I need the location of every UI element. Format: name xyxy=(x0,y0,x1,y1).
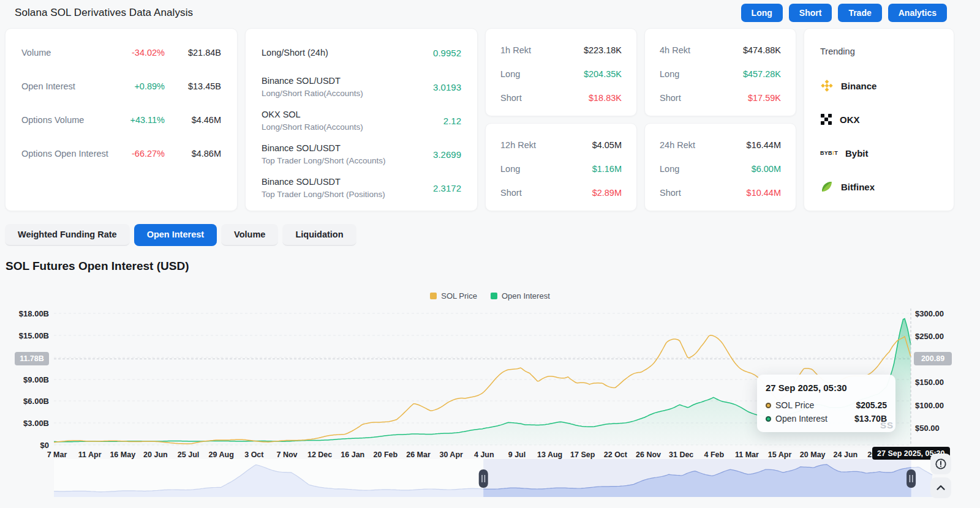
trending-item-binance[interactable]: Binance xyxy=(820,79,938,92)
tab-weighted-funding-rate[interactable]: Weighted Funding Rate xyxy=(5,224,130,246)
ratio-label: Binance SOL/USDTTop Trader Long/Short (A… xyxy=(262,143,433,165)
stat-label: Open Interest xyxy=(21,81,112,91)
rekt-column-1: 1h Rekt$223.18KLong$204.35KShort$18.83K1… xyxy=(485,28,637,211)
tooltip-row: SOL Price$205.25 xyxy=(766,398,887,412)
navigator-left-handle[interactable] xyxy=(479,469,488,488)
long-button[interactable]: Long xyxy=(741,4,783,22)
stats-row: Options Open Interest-66.27%$4.86M xyxy=(21,148,221,160)
axis-tick-label: 26 Mar xyxy=(406,450,431,459)
rekt-column-2: 4h Rekt$474.88KLong$457.28KShort$17.59K2… xyxy=(644,28,796,211)
axis-tick-label: $15.00B xyxy=(19,331,49,340)
axis-tick-label: $9.00B xyxy=(23,375,49,384)
left-axis-labels: $18.00B$15.00B$9.00B$6.00B$3.00B$0 xyxy=(19,309,49,450)
collapse-chart-button[interactable] xyxy=(930,477,951,498)
navigator-selection[interactable] xyxy=(483,459,911,497)
trending-item-okx[interactable]: OKX xyxy=(820,113,938,126)
trending-item-bybit[interactable]: BYB!TBybit xyxy=(820,146,938,160)
stat-label: Options Open Interest xyxy=(21,149,112,159)
axis-tick-label: 16 Jan xyxy=(341,450,364,459)
stat-value: $13.45B xyxy=(165,81,221,91)
rekt-short-value: $17.59K xyxy=(748,93,781,103)
tooltip-series-value: $205.25 xyxy=(856,400,887,410)
axis-tick-label: 9 Jul xyxy=(508,450,526,459)
ratio-label: Binance SOL/USDTTop Trader Long/Short (P… xyxy=(262,177,433,199)
rekt-long-value: $1.16M xyxy=(592,164,622,174)
header-actions: LongShortTradeAnalytics xyxy=(741,4,947,22)
rekt-long-row: Long$204.35K xyxy=(500,68,622,80)
badge-alert-icon xyxy=(934,457,948,471)
navigator[interactable] xyxy=(54,459,932,497)
series-dot-icon xyxy=(766,416,771,422)
analytics-button[interactable]: Analytics xyxy=(888,4,947,22)
trending-item-bitfinex[interactable]: Bitfinex xyxy=(820,180,938,193)
rekt-long-label: Long xyxy=(500,164,592,174)
rekt-long-row: Long$1.16M xyxy=(500,163,622,175)
market-stats-card: Volume-34.02%$21.84BOpen Interest+0.89%$… xyxy=(5,28,238,211)
stat-change: -34.02% xyxy=(112,48,165,58)
long-short-ratios-card: Long/Short (24h)0.9952Binance SOL/USDTLo… xyxy=(245,28,478,211)
stats-row: Volume-34.02%$21.84B xyxy=(21,47,221,59)
axis-tick-label: 4 Jun xyxy=(474,450,494,459)
axis-tick-label: 7 Mar xyxy=(47,450,67,459)
stat-value: $4.86M xyxy=(165,149,221,159)
ratio-row: Binance SOL/USDTTop Trader Long/Short (A… xyxy=(262,141,461,167)
trade-button[interactable]: Trade xyxy=(838,4,881,22)
ratio-label: Binance SOL/USDTLong/Short Ratio(Account… xyxy=(262,76,433,98)
axis-tick-label: $50.00 xyxy=(915,424,940,433)
ratio-label: Long/Short (24h) xyxy=(262,48,433,58)
stat-change: +0.89% xyxy=(112,81,165,91)
ratio-value: 3.0193 xyxy=(433,82,461,92)
trending-name: Binance xyxy=(841,81,876,91)
rekt-card-1h: 1h Rekt$223.18KLong$204.35KShort$18.83K xyxy=(485,28,637,116)
trending-title: Trending xyxy=(820,47,938,59)
trending-name: Bitfinex xyxy=(841,182,875,192)
axis-tick-label: $18.00B xyxy=(19,309,49,318)
rekt-short-row: Short$17.59K xyxy=(660,92,781,104)
tab-volume[interactable]: Volume xyxy=(221,224,278,246)
right-axis-labels: $300.00$250.00$150.00$100.00$50.00$13.09 xyxy=(915,309,944,455)
trending-card: Trending BinanceOKXBYB!TBybitBitfinex xyxy=(804,28,954,211)
ratio-label: OKX SOLLong/Short Ratio(Accounts) xyxy=(262,110,443,132)
series-dot-icon xyxy=(766,403,771,408)
chart-alert-settings-button[interactable] xyxy=(930,454,951,474)
rekt-short-label: Short xyxy=(660,93,748,103)
stat-change: +43.11% xyxy=(112,115,165,125)
tab-open-interest[interactable]: Open Interest xyxy=(134,224,217,246)
chart-area: SOL PriceOpen Interest $18.00B$15.00B$9.… xyxy=(0,288,980,508)
ratio-label-main: Long/Short (24h) xyxy=(262,48,433,58)
stat-change: -66.27% xyxy=(112,149,165,159)
tooltip-date: 27 Sep 2025, 05:30 xyxy=(766,383,887,393)
axis-tick-label: 17 Sep xyxy=(570,450,595,459)
navigator-dimmed-left xyxy=(54,459,483,497)
oi-current-badge: 11.78B xyxy=(15,352,49,365)
stats-row: Open Interest+0.89%$13.45B xyxy=(21,80,221,92)
axis-tick-label: 31 Dec xyxy=(669,450,693,459)
axis-tick-label: $150.00 xyxy=(915,378,944,387)
rekt-total-row: 12h Rekt$4.05M xyxy=(500,139,622,151)
page: Solana SOL Derivatives Data Analysis Lon… xyxy=(0,0,980,508)
rekt-long-row: Long$457.28K xyxy=(660,68,781,80)
tab-liquidation[interactable]: Liquidation xyxy=(282,224,356,246)
axis-tick-label: 7 Nov xyxy=(276,450,297,459)
ratio-label-sub: Top Trader Long/Short (Accounts) xyxy=(262,156,433,165)
stats-row: Options Volume+43.11%$4.46M xyxy=(21,114,221,126)
rekt-total-value: $16.44M xyxy=(747,140,781,150)
axis-tick-label: 22 Oct xyxy=(604,450,628,459)
stat-value: $4.46M xyxy=(165,115,221,125)
binance-icon xyxy=(820,79,834,92)
short-button[interactable]: Short xyxy=(789,4,832,22)
axis-tick-label: 15 Apr xyxy=(768,450,792,459)
axis-tick-label: $0 xyxy=(40,441,49,450)
ratio-row: Binance SOL/USDTLong/Short Ratio(Account… xyxy=(262,74,461,100)
svg-text:11.78B: 11.78B xyxy=(20,354,44,363)
okx-icon xyxy=(820,113,832,125)
ratio-value: 2.3172 xyxy=(433,183,461,193)
navigator-right-handle[interactable] xyxy=(907,469,916,488)
chart-tooltip: 27 Sep 2025, 05:30 SOL Price$205.25Open … xyxy=(757,375,895,432)
axis-tick-label: 16 May xyxy=(110,450,135,459)
bybit-icon: BYB!T xyxy=(820,150,838,156)
rekt-card-4h: 4h Rekt$474.88KLong$457.28KShort$17.59K xyxy=(644,28,796,116)
page-title: Solana SOL Derivatives Data Analysis xyxy=(15,7,193,19)
ratio-label-main: Binance SOL/USDT xyxy=(262,76,433,86)
stat-label: Options Volume xyxy=(21,115,112,125)
